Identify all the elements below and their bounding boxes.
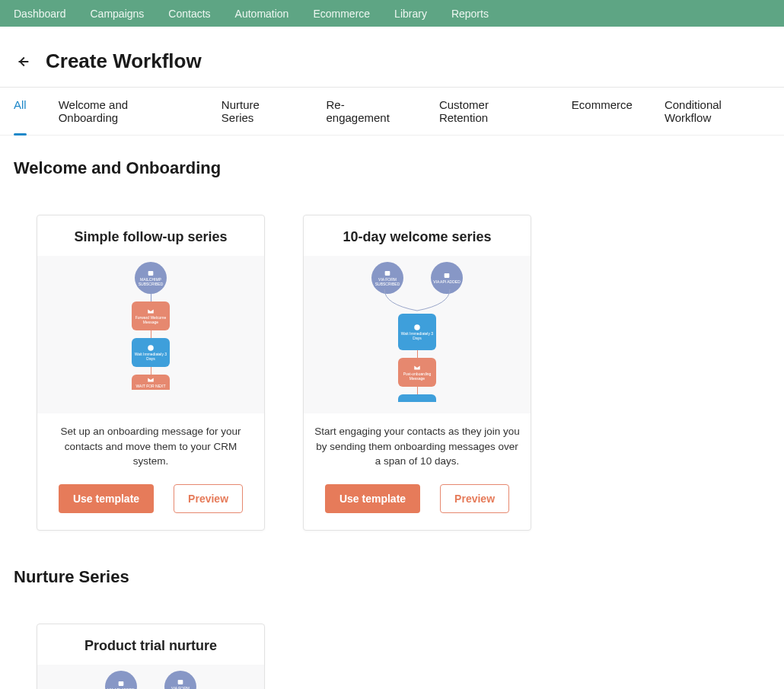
card-actions: Use template Preview (304, 475, 531, 530)
node-wait-blue: Wait Immediately 3 Days (398, 314, 436, 350)
back-arrow-icon[interactable] (14, 53, 32, 71)
connector (151, 294, 151, 301)
node-label: Post-onboarding Message (398, 372, 436, 381)
top-nav: Dashboard Campaigns Contacts Automation … (0, 0, 784, 27)
node-label: Wait Immediately 3 Days (132, 352, 170, 362)
node-trigger-circle: VIA API ADDED (105, 671, 137, 689)
svg-rect-0 (148, 271, 154, 276)
nav-item-library[interactable]: Library (394, 8, 427, 20)
connector (151, 330, 151, 338)
workflow-diagram: VIA API ADDED VIA FORM SUBSCRIBED (37, 665, 264, 689)
use-template-button[interactable]: Use template (325, 484, 420, 513)
node-action-orange: WAIT FOR NEXT (132, 375, 170, 390)
nav-item-dashboard[interactable]: Dashboard (14, 8, 66, 20)
svg-rect-2 (385, 271, 390, 276)
svg-rect-3 (445, 273, 450, 278)
nav-item-contacts[interactable]: Contacts (168, 8, 210, 20)
node-action-orange: Forward Welcome Message (132, 301, 170, 330)
tab-re-engagement[interactable]: Re-engagement (326, 98, 406, 135)
page-header: Create Workflow (0, 27, 784, 87)
preview-button[interactable]: Preview (440, 484, 509, 513)
nav-item-automation[interactable]: Automation (235, 8, 289, 20)
node-label: VIA API ADDED (433, 280, 461, 285)
card-simple-follow-up: Simple follow-up series MAILCHIMP SUBSCR… (37, 215, 265, 531)
tab-all[interactable]: All (14, 98, 27, 135)
section-title-nurture: Nurture Series (14, 567, 770, 587)
card-title: Simple follow-up series (37, 215, 264, 256)
svg-rect-6 (178, 680, 183, 684)
connector (151, 367, 151, 375)
node-wait-blue: Wait Immediately 3 Days (132, 338, 170, 367)
connector (417, 387, 418, 394)
workflow-diagram: VIA FORM SUBSCRIBED VIA API ADDED Wait I… (304, 256, 531, 413)
use-template-button[interactable]: Use template (59, 484, 154, 513)
tab-conditional-workflow[interactable]: Conditional Workflow (664, 98, 770, 135)
svg-rect-5 (119, 682, 124, 687)
nav-item-campaigns[interactable]: Campaigns (91, 8, 145, 20)
card-description: Start engaging your contacts as they joi… (304, 413, 531, 475)
section-title-welcome: Welcome and Onboarding (14, 158, 770, 178)
card-title: Product trial nurture (37, 624, 264, 665)
tab-customer-retention[interactable]: Customer Retention (439, 98, 540, 135)
workflow-diagram: MAILCHIMP SUBSCRIBED Forward Welcome Mes… (37, 256, 264, 413)
card-row-nurture: Product trial nurture VIA API ADDED VIA … (37, 624, 770, 689)
node-trigger-circle: MAILCHIMP SUBSCRIBED (135, 262, 167, 294)
card-10-day-welcome: 10-day welcome series VIA FORM SUBSCRIBE… (303, 215, 531, 531)
node-label: Wait Immediately 3 Days (398, 332, 436, 341)
page-title: Create Workflow (46, 49, 202, 73)
node-action-orange: Post-onboarding Message (398, 358, 436, 387)
node-label: MAILCHIMP SUBSCRIBED (135, 278, 167, 286)
tab-nurture-series[interactable]: Nurture Series (221, 98, 295, 135)
node-label: WAIT FOR NEXT (136, 384, 166, 389)
tab-welcome-onboarding[interactable]: Welcome and Onboarding (59, 98, 190, 135)
tab-ecommerce[interactable]: Ecommerce (572, 98, 633, 135)
card-title: 10-day welcome series (304, 215, 531, 256)
node-trigger-circle: VIA FORM SUBSCRIBED (164, 671, 196, 689)
node-label: Forward Welcome Message (132, 316, 170, 325)
card-description: Set up an onboarding message for your co… (37, 413, 264, 475)
nav-item-reports[interactable]: Reports (451, 8, 489, 20)
node-wait-blue (398, 394, 436, 402)
node-label: VIA FORM SUBSCRIBED (371, 278, 403, 286)
content-area: Welcome and Onboarding Simple follow-up … (0, 136, 784, 689)
preview-button[interactable]: Preview (174, 484, 243, 513)
filter-tabs: All Welcome and Onboarding Nurture Serie… (0, 88, 784, 136)
nav-item-ecommerce[interactable]: Ecommerce (313, 8, 370, 20)
connector-merge (375, 289, 459, 314)
card-product-trial-nurture: Product trial nurture VIA API ADDED VIA … (37, 624, 265, 689)
card-actions: Use template Preview (37, 475, 264, 530)
card-row-welcome: Simple follow-up series MAILCHIMP SUBSCR… (37, 215, 770, 531)
connector (417, 350, 418, 358)
